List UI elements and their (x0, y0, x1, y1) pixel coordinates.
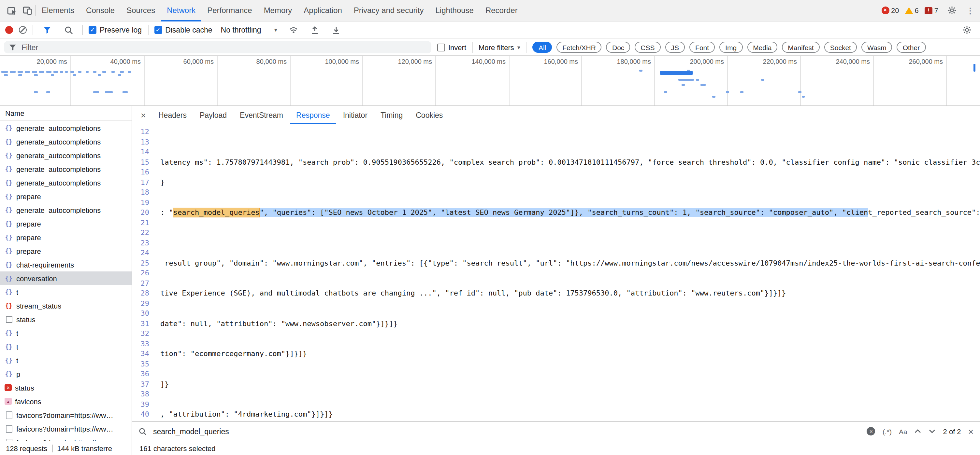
inspect-icon[interactable] (4, 3, 19, 18)
console-errors-badge[interactable]: 20 (881, 6, 899, 14)
match-case-toggle[interactable]: Aa (899, 427, 907, 435)
issues-badge[interactable]: 7 (924, 6, 938, 14)
import-har-icon[interactable] (307, 22, 323, 38)
filter-pill-all[interactable]: All (533, 42, 552, 53)
filter-pill-media[interactable]: Media (747, 42, 777, 53)
detail-tab-response[interactable]: Response (290, 106, 337, 124)
previous-match-icon[interactable] (915, 429, 922, 433)
close-detail-icon[interactable] (135, 110, 152, 120)
checkbox-checked-icon (154, 26, 162, 34)
clear-network-log-button[interactable] (19, 26, 27, 34)
next-match-icon[interactable] (929, 429, 936, 433)
line-number: 20 (132, 208, 156, 218)
devtools-tab-sources[interactable]: Sources (121, 0, 161, 21)
detail-tab-cookies[interactable]: Cookies (409, 106, 449, 124)
filter-pill-doc[interactable]: Doc (606, 42, 630, 53)
console-warnings-badge[interactable]: 6 (905, 6, 919, 14)
devtools-tab-recorder[interactable]: Recorder (480, 0, 523, 21)
more-options-icon[interactable] (966, 6, 975, 15)
request-row[interactable]: favicons?domain=https://ww… (0, 422, 132, 436)
devtools-tab-elements[interactable]: Elements (36, 0, 80, 21)
devtools-tab-network[interactable]: Network (161, 0, 201, 21)
request-row[interactable]: t (0, 326, 132, 340)
record-button[interactable] (5, 26, 13, 34)
timeline-label: 60,000 ms (160, 58, 214, 65)
filter-pill-js[interactable]: JS (665, 42, 685, 53)
filter-input[interactable] (20, 43, 426, 52)
request-row[interactable]: prepare (0, 189, 132, 203)
invert-checkbox[interactable]: Invert (437, 43, 466, 51)
detail-tab-eventstream[interactable]: EventStream (233, 106, 290, 124)
disable-cache-checkbox[interactable]: Disable cache (154, 26, 212, 34)
json-icon (5, 370, 13, 378)
devtools-tab-privacy-and-security[interactable]: Privacy and security (348, 0, 430, 21)
settings-gear-icon[interactable] (944, 3, 960, 18)
request-row[interactable]: t (0, 285, 132, 299)
json-icon (5, 329, 13, 337)
detail-tab-initiator[interactable]: Initiator (337, 106, 374, 124)
detail-tab-payload[interactable]: Payload (193, 106, 233, 124)
line-number: 37 (132, 379, 156, 389)
network-overview-timeline[interactable]: 20,000 ms40,000 ms60,000 ms80,000 ms100,… (0, 56, 980, 106)
devtools-tab-application[interactable]: Application (298, 0, 348, 21)
line-text: tion": "ecommercegermany.com"}]}]} (160, 349, 980, 359)
network-conditions-icon[interactable] (286, 22, 301, 38)
device-toolbar-icon[interactable] (19, 3, 35, 18)
request-row[interactable]: prepare (0, 217, 132, 230)
clear-search-icon[interactable] (867, 427, 875, 436)
filter-pill-manifest[interactable]: Manifest (782, 42, 819, 53)
request-row[interactable]: generate_autocompletions (0, 148, 132, 162)
match-count: 2 of 2 (943, 427, 961, 435)
divider (52, 444, 52, 452)
request-row[interactable]: prepare (0, 244, 132, 258)
more-filters-button[interactable]: More filters (479, 43, 520, 51)
request-row[interactable]: t (0, 340, 132, 354)
request-row[interactable]: favicons (0, 395, 132, 408)
error-icon (5, 384, 12, 391)
request-row[interactable]: status (0, 312, 132, 326)
request-row[interactable]: generate_autocompletions (0, 135, 132, 148)
filter-pill-socket[interactable]: Socket (824, 42, 857, 53)
filter-toggle-icon[interactable] (39, 22, 55, 38)
throttling-select[interactable]: No throttling (218, 26, 280, 34)
request-row[interactable]: status (0, 381, 132, 395)
network-settings-gear-icon[interactable] (959, 22, 975, 38)
request-row[interactable]: p (0, 367, 132, 381)
response-content[interactable]: 12131415latency_ms": 1.757807971443981, … (132, 124, 980, 421)
timeline-label: 120,000 ms (378, 58, 432, 65)
devtools-tab-console[interactable]: Console (80, 0, 121, 21)
error-count: 20 (891, 6, 899, 14)
request-row[interactable]: t (0, 354, 132, 367)
close-find-bar-icon[interactable] (968, 426, 974, 436)
request-row[interactable]: generate_autocompletions (0, 176, 132, 189)
filter-pill-font[interactable]: Font (689, 42, 715, 53)
devtools-tab-lighthouse[interactable]: Lighthouse (430, 0, 480, 21)
request-row[interactable]: favicons?domain=https://ww… (0, 436, 132, 441)
find-input[interactable] (152, 427, 360, 436)
preserve-log-checkbox[interactable]: Preserve log (89, 26, 142, 34)
timeline-gridline (873, 56, 874, 105)
request-row[interactable]: favicons?domain=https://ww… (0, 408, 132, 422)
search-icon[interactable] (60, 22, 76, 38)
network-activity-mark (802, 96, 805, 98)
request-row[interactable]: conversation (0, 271, 132, 285)
request-row[interactable]: generate_autocompletions (0, 121, 132, 135)
detail-tab-headers[interactable]: Headers (152, 106, 193, 124)
request-row[interactable]: stream_status (0, 299, 132, 312)
detail-tab-timing[interactable]: Timing (374, 106, 409, 124)
filter-pill-wasm[interactable]: Wasm (861, 42, 892, 53)
request-row[interactable]: generate_autocompletions (0, 203, 132, 217)
request-row[interactable]: prepare (0, 230, 132, 244)
request-row[interactable]: generate_autocompletions (0, 162, 132, 176)
devtools-tab-performance[interactable]: Performance (201, 0, 258, 21)
filter-pill-fetch-xhr[interactable]: Fetch/XHR (557, 42, 602, 53)
network-filter-row: Invert More filters AllFetch/XHRDocCSSJS… (0, 39, 980, 56)
regex-toggle[interactable]: (.*) (883, 427, 892, 435)
export-har-icon[interactable] (329, 22, 344, 38)
filter-pill-img[interactable]: Img (719, 42, 743, 53)
devtools-tab-memory[interactable]: Memory (258, 0, 298, 21)
name-column-header[interactable]: Name (0, 106, 132, 121)
filter-pill-css[interactable]: CSS (635, 42, 660, 53)
filter-pill-other[interactable]: Other (897, 42, 926, 53)
request-row[interactable]: chat-requirements (0, 258, 132, 271)
